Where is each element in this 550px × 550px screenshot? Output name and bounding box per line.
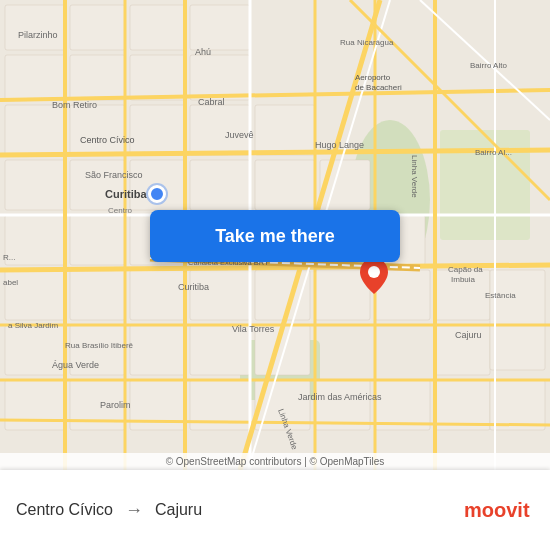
svg-text:Cajuru: Cajuru <box>455 330 482 340</box>
svg-rect-11 <box>130 55 185 100</box>
svg-rect-22 <box>255 160 315 210</box>
svg-text:Centro: Centro <box>108 206 133 215</box>
svg-text:Bairro Alto: Bairro Alto <box>470 61 507 70</box>
svg-rect-45 <box>490 270 545 370</box>
svg-text:Rua Brasílio Itiberê: Rua Brasílio Itiberê <box>65 341 134 350</box>
svg-rect-14 <box>70 105 125 155</box>
svg-text:Aeroporto: Aeroporto <box>355 73 391 82</box>
svg-text:Juvevê: Juvevê <box>225 130 254 140</box>
svg-text:a Silva Jardim: a Silva Jardim <box>8 321 59 330</box>
origin-label: Centro Cívico <box>16 501 113 519</box>
destination-marker <box>360 258 388 294</box>
svg-rect-53 <box>435 380 490 430</box>
svg-text:Rua Nicarágua: Rua Nicarágua <box>340 38 394 47</box>
svg-text:Pilarzinho: Pilarzinho <box>18 30 58 40</box>
svg-rect-7 <box>130 5 185 50</box>
route-info: Centro Cívico → Cajuru <box>16 500 464 521</box>
svg-text:Curitiba: Curitiba <box>178 282 209 292</box>
svg-rect-21 <box>190 160 250 210</box>
svg-text:Centro Cívico: Centro Cívico <box>80 135 135 145</box>
svg-text:de Bacacheri: de Bacacheri <box>355 83 402 92</box>
svg-rect-13 <box>5 105 65 155</box>
svg-text:Linha Verde: Linha Verde <box>410 155 419 198</box>
copyright-bar: © OpenStreetMap contributors | © OpenMap… <box>0 453 550 470</box>
take-me-there-button[interactable]: Take me there <box>150 210 400 262</box>
svg-text:São Francisco: São Francisco <box>85 170 143 180</box>
svg-rect-15 <box>130 105 185 155</box>
svg-rect-17 <box>255 105 315 155</box>
map: Pilarzinho Ahú Rua Nicarágua Aeroporto d… <box>0 0 550 470</box>
svg-rect-10 <box>70 55 125 100</box>
svg-text:Curitiba: Curitiba <box>105 188 147 200</box>
svg-text:Ahú: Ahú <box>195 47 211 57</box>
svg-text:Imbuia: Imbuia <box>451 275 476 284</box>
destination-label: Cajuru <box>155 501 202 519</box>
svg-point-107 <box>368 266 380 278</box>
origin-marker <box>148 185 166 203</box>
moovit-brand-icon: moovit <box>464 498 534 522</box>
svg-rect-33 <box>130 270 185 320</box>
svg-text:Cabral: Cabral <box>198 97 225 107</box>
svg-rect-34 <box>190 270 250 320</box>
svg-rect-41 <box>130 325 185 375</box>
svg-text:abel: abel <box>3 278 18 287</box>
svg-rect-8 <box>190 5 250 50</box>
bottom-bar: Centro Cívico → Cajuru moovit <box>0 470 550 550</box>
svg-rect-5 <box>5 5 65 50</box>
svg-rect-18 <box>5 160 65 210</box>
svg-rect-54 <box>490 380 545 430</box>
svg-text:Capão da: Capão da <box>448 265 483 274</box>
route-arrow-icon: → <box>125 500 143 521</box>
svg-text:Bom Retiro: Bom Retiro <box>52 100 97 110</box>
svg-text:Água Verde: Água Verde <box>52 360 99 370</box>
svg-text:Bairro Al...: Bairro Al... <box>475 148 512 157</box>
svg-rect-46 <box>5 380 65 430</box>
svg-rect-25 <box>70 215 125 265</box>
svg-text:Jardim das Américas: Jardim das Américas <box>298 392 382 402</box>
moovit-logo: moovit <box>464 498 534 522</box>
svg-rect-9 <box>5 55 65 100</box>
svg-text:R...: R... <box>3 253 15 262</box>
svg-text:moovit: moovit <box>464 499 530 521</box>
svg-text:Vila Torres: Vila Torres <box>232 324 275 334</box>
svg-rect-4 <box>440 130 530 240</box>
svg-rect-12 <box>190 55 250 100</box>
svg-text:Estância: Estância <box>485 291 516 300</box>
svg-rect-6 <box>70 5 125 50</box>
svg-text:Parolim: Parolim <box>100 400 131 410</box>
svg-rect-32 <box>70 270 125 320</box>
svg-text:Hugo Lange: Hugo Lange <box>315 140 364 150</box>
svg-rect-19 <box>70 160 125 210</box>
